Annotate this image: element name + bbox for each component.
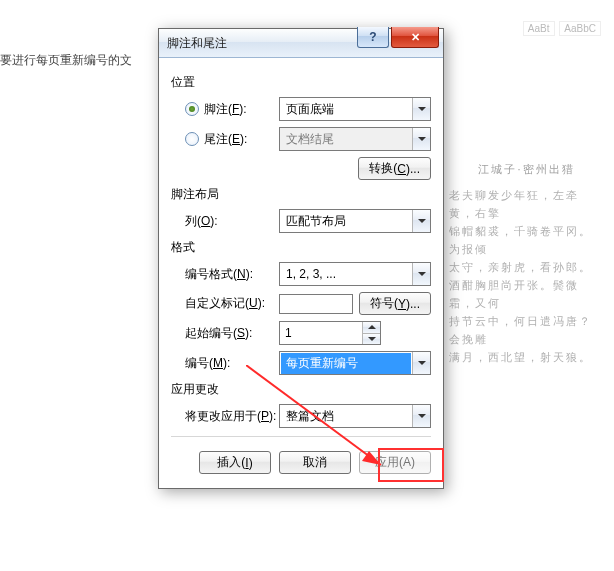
radio-icon <box>185 132 199 146</box>
footnote-radio[interactable]: 脚注(F): <box>171 101 279 118</box>
ribbon-fragment: AaBt AaBbC <box>452 20 602 37</box>
style-chip: AaBbC <box>559 21 601 36</box>
document-title: 江城子·密州出猎 <box>449 160 604 178</box>
chevron-down-icon[interactable] <box>412 405 430 427</box>
separator <box>171 436 431 437</box>
document-line: 太守，亲射虎，看孙郎。 <box>449 258 604 276</box>
section-layout: 脚注布局 <box>171 186 431 203</box>
endnote-location-combo: 文档结尾 <box>279 127 431 151</box>
dialog-title: 脚注和尾注 <box>159 35 227 52</box>
chevron-down-icon <box>412 128 430 150</box>
footnote-location-combo[interactable]: 页面底端 <box>279 97 431 121</box>
columns-label: 列(O): <box>171 213 279 230</box>
spin-down-icon[interactable] <box>363 334 380 345</box>
style-chip: AaBt <box>523 21 555 36</box>
apply-button[interactable]: 应用(A) <box>359 451 431 474</box>
cancel-button[interactable]: 取消 <box>279 451 351 474</box>
start-at-label: 起始编号(S): <box>171 325 279 342</box>
document-body-fragment: 江城子·密州出猎 老夫聊发少年狂，左牵黄，右擎 锦帽貂裘，千骑卷平冈。为报倾 太… <box>449 160 604 366</box>
spin-value[interactable]: 1 <box>280 322 362 344</box>
help-button[interactable] <box>357 27 389 48</box>
document-line: 满月，西北望，射天狼。 <box>449 348 604 366</box>
document-line: 持节云中，何日遣冯唐？会挽雕 <box>449 312 604 348</box>
start-at-spin[interactable]: 1 <box>279 321 381 345</box>
columns-combo[interactable]: 匹配节布局 <box>279 209 431 233</box>
close-button[interactable] <box>391 27 439 48</box>
spin-up-icon[interactable] <box>363 322 380 334</box>
footnote-radio-label: 脚注(F): <box>204 101 247 118</box>
numbering-label: 编号(M): <box>171 355 279 372</box>
document-line: 锦帽貂裘，千骑卷平冈。为报倾 <box>449 222 604 258</box>
chevron-down-icon[interactable] <box>412 352 430 374</box>
combo-text: 文档结尾 <box>280 131 412 148</box>
apply-to-combo[interactable]: 整篇文档 <box>279 404 431 428</box>
combo-text: 每页重新编号 <box>281 353 411 374</box>
combo-text: 页面底端 <box>280 101 412 118</box>
chevron-down-icon[interactable] <box>412 210 430 232</box>
document-text-fragment: 要进行每页重新编号的文 <box>0 52 132 69</box>
chevron-down-icon[interactable] <box>412 263 430 285</box>
numbering-combo[interactable]: 每页重新编号 <box>279 351 431 375</box>
section-apply: 应用更改 <box>171 381 431 398</box>
apply-to-label: 将更改应用于(P): <box>171 408 279 425</box>
combo-text: 1, 2, 3, ... <box>280 267 412 281</box>
titlebar[interactable]: 脚注和尾注 <box>159 29 443 58</box>
section-format: 格式 <box>171 239 431 256</box>
document-line: 老夫聊发少年狂，左牵黄，右擎 <box>449 186 604 222</box>
combo-text: 整篇文档 <box>280 408 412 425</box>
radio-icon <box>185 102 199 116</box>
chevron-down-icon[interactable] <box>412 98 430 120</box>
document-line: 酒酣胸胆尚开张。鬓微霜，又何 <box>449 276 604 312</box>
insert-button[interactable]: 插入(I) <box>199 451 271 474</box>
number-format-label: 编号格式(N): <box>171 266 279 283</box>
custom-mark-label: 自定义标记(U): <box>171 295 279 312</box>
footnote-endnote-dialog: 脚注和尾注 位置 脚注(F): 页面底端 尾注(E): <box>158 28 444 489</box>
endnote-radio-label: 尾注(E): <box>204 131 247 148</box>
section-position: 位置 <box>171 74 431 91</box>
symbol-button[interactable]: 符号(Y)... <box>359 292 431 315</box>
endnote-radio[interactable]: 尾注(E): <box>171 131 279 148</box>
convert-button[interactable]: 转换(C)... <box>358 157 431 180</box>
custom-mark-input[interactable] <box>279 294 353 314</box>
combo-text: 匹配节布局 <box>280 213 412 230</box>
number-format-combo[interactable]: 1, 2, 3, ... <box>279 262 431 286</box>
